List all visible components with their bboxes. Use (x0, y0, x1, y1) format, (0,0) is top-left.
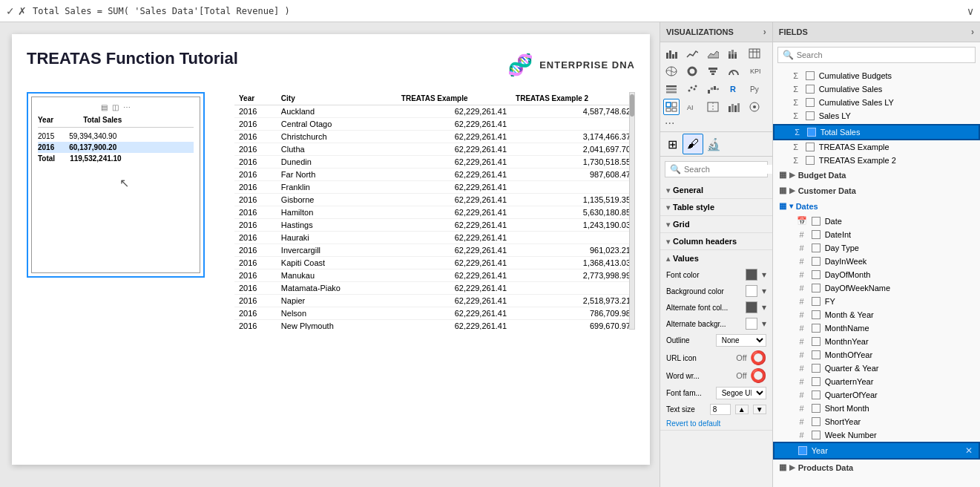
field-total-sales[interactable]: Σ Total Sales (773, 124, 980, 140)
viz-icon-ai[interactable]: AI (684, 99, 700, 115)
format-search-bar[interactable]: 🔍 (665, 161, 768, 177)
fields-search-input[interactable] (797, 50, 970, 59)
field-monthname[interactable]: #MonthName (773, 321, 980, 335)
viz-icon-table[interactable] (746, 45, 763, 62)
scroll-bar[interactable] (629, 92, 635, 330)
more-options-dots[interactable]: ··· (660, 115, 772, 131)
viz-icon-scatter[interactable] (684, 81, 700, 97)
field-dayinweek[interactable]: #DayInWeek (773, 255, 980, 268)
checkbox-month_&_year[interactable] (812, 310, 820, 319)
viz-icon-r[interactable]: R (726, 81, 742, 97)
format-analytics-tab[interactable]: 🔬 (703, 134, 724, 154)
field-dateint[interactable]: #DateInt (773, 228, 980, 241)
checkbox-year[interactable] (798, 446, 807, 455)
text-size-down[interactable]: ▼ (753, 405, 766, 414)
font-color-dropdown-icon[interactable]: ▾ (762, 269, 766, 280)
viz-icon-waterfall[interactable] (705, 81, 721, 97)
field-quarterofyear[interactable]: #QuarterOfYear (773, 388, 980, 402)
viz-icon-ribbon[interactable] (726, 99, 742, 115)
year-field-action-icon[interactable]: ✕ (965, 445, 973, 456)
word-wrap-toggle[interactable]: Off ⭕ (736, 369, 766, 382)
format-group-col-headers-header[interactable]: ▾ Column headers (660, 233, 772, 249)
checkbox-treatas[interactable] (806, 143, 815, 151)
checkbox-date[interactable] (812, 217, 820, 226)
checkbox-short_month[interactable] (812, 404, 820, 413)
field-month_&_year[interactable]: #Month & Year (773, 308, 980, 321)
checkbox-cumulative-sales[interactable] (806, 85, 815, 94)
viz-icon-bar[interactable] (663, 45, 680, 62)
field-shortyear[interactable]: #ShortYear (773, 415, 980, 428)
checkbox-cumulative-sales-ly[interactable] (806, 98, 815, 107)
bg-color-swatch[interactable] (746, 285, 757, 297)
viz-icon-donut[interactable] (684, 63, 700, 79)
checkbox-quarternyear[interactable] (812, 377, 820, 386)
viz-icon-globe[interactable] (746, 99, 763, 115)
checkbox-sales-ly[interactable] (806, 111, 815, 120)
format-fields-tab[interactable]: ⊞ (662, 134, 683, 154)
fields-panel-expand[interactable]: › (971, 27, 974, 37)
alt-bg-color-swatch[interactable] (746, 318, 757, 330)
field-group-products-data[interactable]: ▦ ▶ Products Data (773, 460, 980, 475)
viz-icon-map[interactable] (663, 63, 680, 79)
format-group-values-header[interactable]: ▴ Values (660, 250, 772, 267)
checkbox-total-sales[interactable] (807, 128, 816, 137)
field-year[interactable]: Year ✕ (773, 442, 980, 460)
field-group-dates[interactable]: ▦ ▾ Dates (773, 198, 980, 214)
field-dayofweekname[interactable]: #DayOfWeekName (773, 281, 980, 295)
viz-icon-python[interactable]: Py (746, 81, 763, 97)
field-treatas-example-2[interactable]: Σ TREATAS Example 2 (773, 154, 980, 167)
field-short_month[interactable]: #Short Month (773, 402, 980, 415)
field-treatas-example[interactable]: Σ TREATAS Example (773, 140, 980, 154)
viz-icon-more-shapes[interactable] (663, 99, 680, 115)
viz-icon-kpi[interactable]: KPI (746, 63, 763, 79)
viz-icon-area[interactable] (705, 45, 721, 62)
text-size-input[interactable] (710, 404, 731, 415)
field-monthofyear[interactable]: #MonthOfYear (773, 348, 980, 362)
url-icon-toggle[interactable]: Off ⭕ (736, 351, 766, 365)
format-search-input[interactable] (684, 165, 773, 174)
checkbox-dateint[interactable] (812, 230, 820, 239)
field-sales-ly[interactable]: Σ Sales LY (773, 109, 980, 122)
field-cumulative-sales[interactable]: Σ Cumulative Sales (773, 82, 980, 96)
viz-icon-line[interactable] (684, 45, 700, 62)
checkbox-treatas2[interactable] (806, 156, 815, 165)
data-table-scroll[interactable]: Year City TREATAS Example TREATAS Exampl… (234, 92, 635, 330)
viz-icon-stacked-bar[interactable] (726, 45, 742, 62)
checkbox-quarterofyear[interactable] (812, 390, 820, 399)
format-group-general-header[interactable]: ▾ General (660, 182, 772, 198)
field-group-budget-data[interactable]: ▦ ▶ Budget Data (773, 167, 980, 183)
field-day_type[interactable]: #Day Type (773, 241, 980, 255)
alt-font-color-swatch[interactable] (746, 301, 757, 313)
field-quarter_&_year[interactable]: #Quarter & Year (773, 362, 980, 375)
viz-icon-gauge[interactable] (726, 63, 742, 79)
text-size-up[interactable]: ▲ (735, 405, 749, 414)
format-paint-tab[interactable]: 🖌 (683, 134, 703, 154)
outline-dropdown[interactable]: None (716, 334, 766, 347)
field-week_number[interactable]: #Week Number (773, 428, 980, 442)
field-cumulative-sales-ly[interactable]: Σ Cumulative Sales LY (773, 96, 980, 109)
formula-expand-icon[interactable]: ∨ (967, 5, 974, 17)
checkbox-dayinweek[interactable] (812, 257, 820, 266)
checkbox-monthofyear[interactable] (812, 350, 820, 359)
format-group-table-style-header[interactable]: ▾ Table style (660, 199, 772, 215)
field-group-customer-data[interactable]: ▦ ▶ Customer Data (773, 183, 980, 198)
small-table-container[interactable]: ▤ ◫ ⋯ Year Total Sales 2015 59,394,340.9… (27, 92, 205, 278)
checkbox-quarter_&_year[interactable] (812, 364, 820, 373)
checkbox-shortyear[interactable] (812, 417, 820, 426)
checkbox-day_type[interactable] (812, 244, 820, 252)
checkbox-monthnyear[interactable] (812, 337, 820, 346)
checkbox-dayofmonth[interactable] (812, 270, 820, 279)
check-icon[interactable]: ✓ (6, 5, 15, 17)
font-family-dropdown[interactable]: Segoe UI (716, 387, 766, 399)
field-monthnyear[interactable]: #MonthnYear (773, 335, 980, 348)
field-dayofmonth[interactable]: #DayOfMonth (773, 268, 980, 281)
field-fy[interactable]: #FY (773, 295, 980, 308)
viz-icon-funnel[interactable] (705, 63, 721, 79)
bg-color-dropdown-icon[interactable]: ▾ (762, 286, 766, 296)
field-quarternyear[interactable]: #QuarternYear (773, 375, 980, 388)
viz-panel-expand[interactable]: › (763, 27, 766, 37)
revert-button[interactable]: Revert to default (666, 419, 720, 428)
checkbox-week_number[interactable] (812, 431, 820, 439)
field-cumulative-budgets[interactable]: Σ Cumulative Budgets (773, 69, 980, 82)
viz-icon-decomp[interactable] (705, 99, 721, 115)
